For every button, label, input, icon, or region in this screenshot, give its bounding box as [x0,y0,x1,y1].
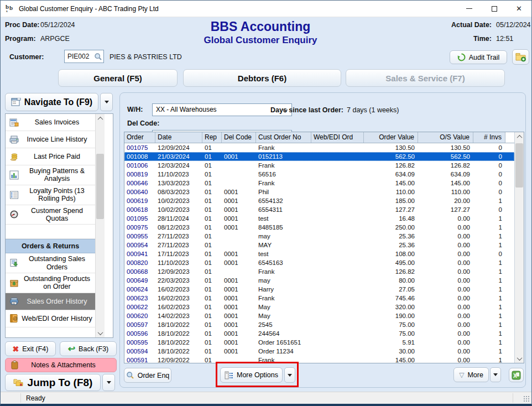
table-row[interactable]: 00095427/11/202301MAY25.360.001 [124,241,514,249]
customer-name: PIES & PASTRIES LTD [109,53,182,61]
navigate-to-dropdown[interactable] [100,93,113,111]
table-row[interactable]: 00094117/11/2023010001test108.000.000 [124,249,514,258]
table-row[interactable]: 00081911/10/20230156516634.09634.090 [124,170,514,179]
sidebar-item-buying-patterns-analysis[interactable]: Buying Patterns & Analysis [6,165,95,185]
cell: 10/02/2023 [155,205,202,214]
app-window: bbs Global Customer Enquiry - ABC Tradin… [0,0,532,406]
sidebar-item-web-edi-order-history[interactable]: @Web/EDI Order History [6,310,95,327]
more-dropdown[interactable] [490,367,501,382]
table-row[interactable]: 00082011/10/20230100016545163495.000.001 [124,258,514,267]
table-row[interactable]: 00100612/03/202401Frank126.82126.820 [124,161,514,170]
table-row[interactable]: 00062014/02/2023010001May190.000.001 [124,311,514,320]
sidebar-item-outstanding-products-on-order[interactable]: Outstanding Products on Order [6,273,95,293]
table-row[interactable]: 00064008/03/2023010001Phil110.00110.000 [124,188,514,196]
sidebar-item-invoice-line-history[interactable]: Invoice Line History [6,131,95,148]
scroll-up-icon[interactable] [515,132,524,141]
cell: 01 [202,143,222,152]
order-enq-button[interactable]: Order Enq [124,368,171,383]
table-row[interactable]: 00107512/09/202401Frank130.50130.500 [124,143,514,152]
table-row[interactable]: 00064922/03/2023010001may80.000.001 [124,276,514,285]
cell: 000646 [124,179,155,188]
tab-debtors[interactable]: Debtors (F6) [183,69,341,87]
cell: 1 [473,303,505,311]
table-row[interactable]: 00062316/02/2023010001Frank745.460.001 [124,294,514,303]
column-header-date[interactable]: Date [155,132,202,143]
table-row[interactable]: 00061910/02/20230100016554132185.0020.00… [124,196,514,205]
jump-to-dropdown[interactable] [102,374,115,391]
sidebar-item-sales-invoices[interactable]: Sales Invoices [6,114,95,131]
column-header-order[interactable]: Order [124,132,155,143]
close-icon[interactable]: ✕ [507,1,531,17]
days-since-value: 7 days (1 weeks) [347,106,399,114]
exit-button[interactable]: ✖ Exit (F4) [5,341,56,356]
table-row[interactable]: 00061810/02/20230100016554311127.27127.2… [124,205,514,214]
cell: 0.00 [418,356,473,363]
table-row[interactable]: 00097508/12/20230100018485185250.000.001 [124,223,514,232]
sidebar-item-loyalty-points-13-rolling-pds[interactable]: Loyalty Points (13 Rolling Pds) [6,185,95,205]
sidebar-scroll-thumb[interactable] [96,154,104,219]
cell: 01 [202,188,222,196]
navigate-to-button[interactable]: Navigate To (F9) [5,93,98,111]
cell: 12/09/2023 [155,267,202,276]
column-header-o-s-value[interactable]: O/S Value [418,132,473,143]
table-row[interactable]: 00066812/09/202301Frank126.820.001 [124,267,514,276]
cell: 562.50 [364,152,418,161]
cell: 0 [473,152,505,161]
sidebar-item-outstanding-sales-orders[interactable]: Outstanding Sales Orders [6,253,95,273]
main-panel: W/H: XX - All Warehouses Del Code: XXXX … [119,92,526,388]
column-header-rep[interactable]: Rep [202,132,222,143]
tab-general[interactable]: General (F5) [58,69,178,87]
table-row[interactable]: 00059112/09/202201Frank145.000.001 [124,356,514,363]
folder-add-button[interactable] [512,49,529,65]
column-header-cust-order-no[interactable]: Cust Order No [256,132,311,143]
notes-attachments-button[interactable]: Notes & Attachments [5,358,117,372]
maximize-icon[interactable] [482,1,507,17]
sidebar-item-sales-order-history[interactable]: Sales Order History [6,293,95,310]
cell: 28/11/2024 [155,214,202,223]
cell: 244564 [256,329,311,338]
minimize-icon[interactable] [457,1,482,17]
cell: 2545 [256,320,311,329]
sidebar-scrollbar[interactable] [95,114,105,337]
resize-grip-icon[interactable] [523,395,530,402]
sidebar-spacer [6,225,95,239]
back-button[interactable]: ↩ Back (F3) [60,341,117,356]
export-excel-button[interactable]: X [509,368,524,382]
jump-to-button[interactable]: Jump To (F8) [5,374,101,391]
sidebar-item-last-price-paid[interactable]: Last Price Paid [6,148,95,165]
table-row[interactable]: 00059718/10/2022010001254575.000.001 [124,320,514,329]
table-row[interactable]: 00095527/11/202301may25.360.001 [124,232,514,241]
table-row[interactable]: 00059518/10/2022010001Order 16516515.910… [124,338,514,347]
table-scroll-thumb[interactable] [515,143,523,188]
table-row[interactable]: 00064613/03/202301Frank145.00145.000 [124,179,514,188]
cell: 0001 [222,214,256,223]
customer-code-input[interactable]: PIE002 [64,50,104,63]
column-header-del-code[interactable]: Del Code [222,132,256,143]
table-row[interactable]: 00100821/03/20240100010152113562.50562.5… [124,152,514,161]
table-header-row[interactable]: OrderDateRepDel CodeCust Order NoWeb/EDI… [124,132,514,143]
more-options-button[interactable]: More Options [220,367,283,383]
cell: 000649 [124,276,155,285]
cell [311,152,364,161]
table-row[interactable]: 00062416/02/2023010001Harry27.050.001 [124,285,514,294]
scroll-down-icon[interactable] [96,329,105,337]
table-row[interactable]: 00059618/10/202201000124456475.000.001 [124,329,514,338]
column-header-web-edi-ord[interactable]: Web/EDI Ord [311,132,364,143]
cell [311,276,364,285]
program-label: Program: [5,35,36,43]
search-icon[interactable] [94,53,102,61]
tab-sales-service: Sales & Service (F7) [346,69,505,87]
column-header-order-value[interactable]: Order Value [364,132,418,143]
cell: 20.00 [418,196,473,205]
scroll-down-icon[interactable] [515,354,524,363]
more-options-dropdown[interactable] [284,367,295,383]
table-row[interactable]: 00062216/02/2023010001May320.000.001 [124,303,514,311]
audit-trail-button[interactable]: Audit Trail [450,50,507,64]
more-button[interactable]: ▽ More [453,367,489,382]
scroll-up-icon[interactable] [96,114,105,123]
sidebar-item-customer-spend-quotas[interactable]: Customer Spend Quotas [6,205,95,225]
table-row[interactable]: 00059418/10/2022010001Order 1123430.000.… [124,347,514,356]
table-scrollbar[interactable] [514,132,524,363]
table-row[interactable]: 00109528/11/2024010001test16.480.001 [124,214,514,223]
column-header-invs[interactable]: # Invs [473,132,505,143]
